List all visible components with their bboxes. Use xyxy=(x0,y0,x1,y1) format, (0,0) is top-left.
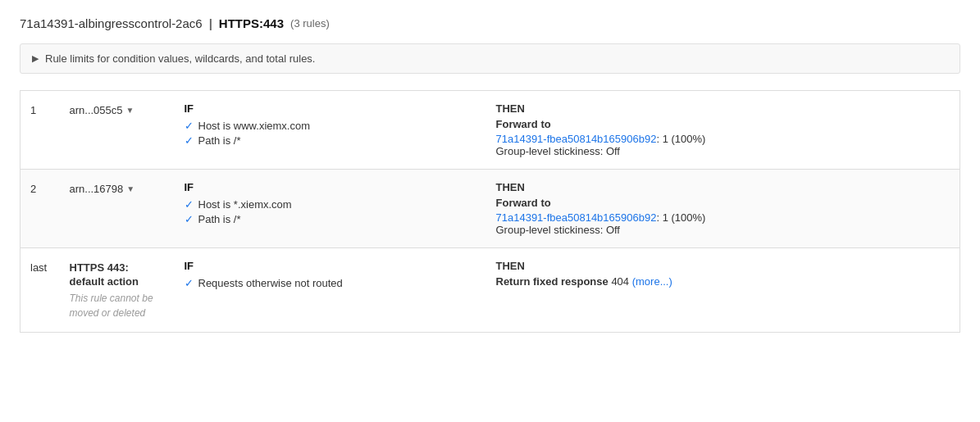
rule-number: 2 xyxy=(21,170,60,248)
rule-if-section: IF✓Host is www.xiemx.com✓Path is /* xyxy=(175,91,486,170)
rule-then-section: THENForward to71a14391-fbea50814b165906b… xyxy=(486,91,960,170)
stickiness-info: Group-level stickiness: Off xyxy=(496,145,950,157)
default-action-label: default action xyxy=(70,275,165,288)
rules-table: 1arn...055c5 ▼IF✓Host is www.xiemx.com✓P… xyxy=(20,90,960,333)
if-label: IF xyxy=(185,181,476,193)
rule-then-section: THENForward to71a14391-fbea50814b165906b… xyxy=(486,170,960,248)
page-header: 71a14391-albingresscontrol-2ac6 | HTTPS:… xyxy=(20,16,960,30)
rule-number: 1 xyxy=(21,91,60,170)
condition-item: ✓Path is /* xyxy=(185,134,476,147)
listener-protocol: HTTPS:443 xyxy=(219,16,284,30)
forward-label: Forward to xyxy=(496,197,950,209)
forward-detail: : 1 (100%) xyxy=(656,211,705,224)
condition-text: Host is *.xiemx.com xyxy=(198,198,292,211)
forward-link[interactable]: 71a14391-fbea50814b165906b92 xyxy=(496,211,657,224)
condition-text: Path is /* xyxy=(198,213,241,225)
forward-link[interactable]: 71a14391-fbea50814b165906b92 xyxy=(496,133,657,145)
more-link[interactable]: (more...) xyxy=(632,275,672,288)
dropdown-icon[interactable]: ▼ xyxy=(126,106,134,115)
forward-detail: : 1 (100%) xyxy=(656,133,705,145)
then-label: THEN xyxy=(496,260,950,272)
header-divider: | xyxy=(209,16,212,30)
default-action-name: HTTPS 443: xyxy=(70,261,165,274)
return-label: Return fixed response xyxy=(496,275,609,288)
forward-target: 71a14391-fbea50814b165906b92: 1 (100%) xyxy=(496,211,950,224)
rule-if-section: IF✓Requests otherwise not routed xyxy=(175,248,486,333)
condition-text: Host is www.xiemx.com xyxy=(198,120,311,132)
info-banner-arrow: ▶ xyxy=(32,53,39,64)
condition-text: Requests otherwise not routed xyxy=(198,277,343,289)
rule-arn: HTTPS 443:default actionThis rule cannot… xyxy=(60,248,175,333)
info-banner: ▶ Rule limits for condition values, wild… xyxy=(20,43,960,74)
if-label: IF xyxy=(185,102,476,115)
table-row: lastHTTPS 443:default actionThis rule ca… xyxy=(21,248,960,333)
info-banner-text: Rule limits for condition values, wildca… xyxy=(45,52,315,65)
forward-target: 71a14391-fbea50814b165906b92: 1 (100%) xyxy=(496,133,950,145)
forward-label: Forward to xyxy=(496,118,950,130)
check-icon: ✓ xyxy=(185,198,194,211)
return-fixed-response: Return fixed response 404 (more...) xyxy=(496,275,950,288)
stickiness-info: Group-level stickiness: Off xyxy=(496,224,950,236)
check-icon: ✓ xyxy=(185,120,194,132)
listener-name: 71a14391-albingresscontrol-2ac6 xyxy=(20,16,203,30)
condition-item: ✓Requests otherwise not routed xyxy=(185,277,476,289)
check-icon: ✓ xyxy=(185,134,194,147)
then-label: THEN xyxy=(496,102,950,115)
rule-if-section: IF✓Host is *.xiemx.com✓Path is /* xyxy=(175,170,486,248)
arn-label[interactable]: arn...055c5 ▼ xyxy=(70,104,165,116)
rule-then-section: THENReturn fixed response 404 (more...) xyxy=(486,248,960,333)
table-row: 1arn...055c5 ▼IF✓Host is www.xiemx.com✓P… xyxy=(21,91,960,170)
check-icon: ✓ xyxy=(185,213,194,225)
then-label: THEN xyxy=(496,181,950,193)
rule-note: This rule cannot be moved or deleted xyxy=(70,291,165,320)
arn-text: arn...055c5 xyxy=(70,104,123,116)
rules-count: (3 rules) xyxy=(290,17,330,29)
check-icon: ✓ xyxy=(185,277,194,289)
condition-item: ✓Path is /* xyxy=(185,213,476,225)
rule-arn: arn...055c5 ▼ xyxy=(60,91,175,170)
rule-number: last xyxy=(21,248,60,333)
arn-label[interactable]: arn...16798 ▼ xyxy=(70,183,165,195)
table-row: 2arn...16798 ▼IF✓Host is *.xiemx.com✓Pat… xyxy=(21,170,960,248)
if-label: IF xyxy=(185,260,476,272)
dropdown-icon[interactable]: ▼ xyxy=(126,184,134,193)
condition-item: ✓Host is www.xiemx.com xyxy=(185,120,476,132)
arn-text: arn...16798 xyxy=(70,183,124,195)
condition-item: ✓Host is *.xiemx.com xyxy=(185,198,476,211)
rule-arn: arn...16798 ▼ xyxy=(60,170,175,248)
condition-text: Path is /* xyxy=(198,134,241,147)
